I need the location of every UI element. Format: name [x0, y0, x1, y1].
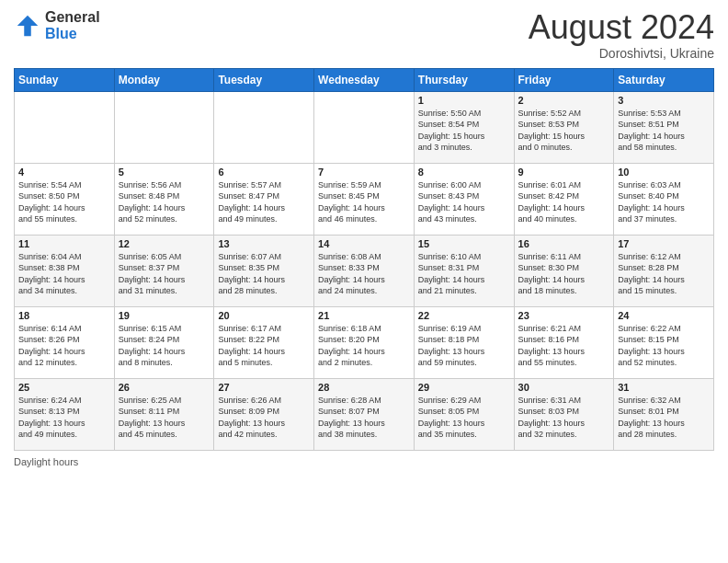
day-number: 12 [119, 238, 210, 249]
calendar-cell: 22Sunrise: 6:19 AMSunset: 8:18 PMDayligh… [414, 306, 514, 378]
header: General Blue August 2024 Doroshivtsi, Uk… [14, 9, 714, 61]
calendar-cell: 3Sunrise: 5:53 AMSunset: 8:51 PMDaylight… [614, 91, 714, 163]
calendar-cell: 31Sunrise: 6:32 AMSunset: 8:01 PMDayligh… [614, 378, 714, 450]
day-number: 26 [119, 382, 210, 393]
day-number: 17 [618, 238, 710, 249]
calendar-cell [114, 91, 214, 163]
calendar-cell: 20Sunrise: 6:17 AMSunset: 8:22 PMDayligh… [214, 306, 314, 378]
day-info: Sunrise: 6:10 AMSunset: 8:31 PMDaylight:… [418, 251, 510, 297]
calendar-header-friday: Friday [514, 68, 614, 91]
calendar-cell: 2Sunrise: 5:52 AMSunset: 8:53 PMDaylight… [514, 91, 614, 163]
calendar-week-3: 18Sunrise: 6:14 AMSunset: 8:26 PMDayligh… [15, 306, 714, 378]
day-info: Sunrise: 6:11 AMSunset: 8:30 PMDaylight:… [518, 251, 610, 297]
daylight-label: Daylight hours [14, 456, 78, 467]
svg-marker-0 [17, 15, 39, 36]
day-number: 9 [518, 167, 610, 178]
calendar-cell: 10Sunrise: 6:03 AMSunset: 8:40 PMDayligh… [614, 163, 714, 235]
day-number: 14 [318, 238, 410, 249]
day-number: 20 [218, 310, 310, 321]
day-info: Sunrise: 6:29 AMSunset: 8:05 PMDaylight:… [418, 395, 510, 441]
calendar-cell [214, 91, 314, 163]
calendar-cell: 11Sunrise: 6:04 AMSunset: 8:38 PMDayligh… [15, 235, 115, 306]
day-info: Sunrise: 5:52 AMSunset: 8:53 PMDaylight:… [518, 108, 610, 154]
day-info: Sunrise: 5:53 AMSunset: 8:51 PMDaylight:… [618, 108, 710, 154]
day-number: 10 [618, 167, 710, 178]
day-info: Sunrise: 6:24 AMSunset: 8:13 PMDaylight:… [18, 395, 110, 441]
calendar-week-0: 1Sunrise: 5:50 AMSunset: 8:54 PMDaylight… [15, 91, 714, 163]
footer: Daylight hours [14, 456, 714, 467]
calendar-cell: 21Sunrise: 6:18 AMSunset: 8:20 PMDayligh… [314, 306, 415, 378]
month-title: August 2024 [529, 9, 714, 46]
day-info: Sunrise: 6:26 AMSunset: 8:09 PMDaylight:… [218, 395, 310, 441]
calendar-cell [314, 91, 415, 163]
day-info: Sunrise: 6:08 AMSunset: 8:33 PMDaylight:… [318, 251, 410, 297]
day-number: 15 [418, 238, 510, 249]
calendar-cell: 1Sunrise: 5:50 AMSunset: 8:54 PMDaylight… [414, 91, 514, 163]
day-info: Sunrise: 6:21 AMSunset: 8:16 PMDaylight:… [518, 323, 610, 369]
day-info: Sunrise: 6:14 AMSunset: 8:26 PMDaylight:… [18, 323, 110, 369]
day-info: Sunrise: 6:28 AMSunset: 8:07 PMDaylight:… [318, 395, 410, 441]
calendar-cell: 26Sunrise: 6:25 AMSunset: 8:11 PMDayligh… [114, 378, 214, 450]
calendar-week-4: 25Sunrise: 6:24 AMSunset: 8:13 PMDayligh… [15, 378, 714, 450]
day-number: 30 [518, 382, 610, 393]
day-info: Sunrise: 6:32 AMSunset: 8:01 PMDaylight:… [618, 395, 710, 441]
logo-general: General [45, 9, 100, 26]
calendar-week-1: 4Sunrise: 5:54 AMSunset: 8:50 PMDaylight… [15, 163, 714, 235]
calendar-cell: 13Sunrise: 6:07 AMSunset: 8:35 PMDayligh… [214, 235, 314, 306]
calendar-cell: 27Sunrise: 6:26 AMSunset: 8:09 PMDayligh… [214, 378, 314, 450]
calendar-cell: 28Sunrise: 6:28 AMSunset: 8:07 PMDayligh… [314, 378, 415, 450]
day-number: 7 [318, 167, 410, 178]
logo: General Blue [14, 9, 100, 41]
logo-icon [14, 12, 41, 40]
day-info: Sunrise: 6:25 AMSunset: 8:11 PMDaylight:… [119, 395, 210, 441]
calendar-cell: 17Sunrise: 6:12 AMSunset: 8:28 PMDayligh… [614, 235, 714, 306]
calendar-header-sunday: Sunday [15, 68, 115, 91]
day-info: Sunrise: 6:01 AMSunset: 8:42 PMDaylight:… [518, 179, 610, 225]
day-info: Sunrise: 6:15 AMSunset: 8:24 PMDaylight:… [119, 323, 210, 369]
calendar-header-saturday: Saturday [614, 68, 714, 91]
calendar-header-thursday: Thursday [414, 68, 514, 91]
day-number: 3 [618, 95, 710, 106]
day-info: Sunrise: 6:31 AMSunset: 8:03 PMDaylight:… [518, 395, 610, 441]
day-number: 28 [318, 382, 410, 393]
day-number: 19 [119, 310, 210, 321]
calendar-cell: 5Sunrise: 5:56 AMSunset: 8:48 PMDaylight… [114, 163, 214, 235]
calendar-cell: 15Sunrise: 6:10 AMSunset: 8:31 PMDayligh… [414, 235, 514, 306]
day-number: 6 [218, 167, 310, 178]
day-info: Sunrise: 5:54 AMSunset: 8:50 PMDaylight:… [18, 179, 110, 225]
day-number: 5 [119, 167, 210, 178]
day-number: 31 [618, 382, 710, 393]
day-number: 1 [418, 95, 510, 106]
day-info: Sunrise: 6:05 AMSunset: 8:37 PMDaylight:… [119, 251, 210, 297]
day-info: Sunrise: 6:17 AMSunset: 8:22 PMDaylight:… [218, 323, 310, 369]
calendar-cell: 19Sunrise: 6:15 AMSunset: 8:24 PMDayligh… [114, 306, 214, 378]
day-number: 29 [418, 382, 510, 393]
day-info: Sunrise: 5:50 AMSunset: 8:54 PMDaylight:… [418, 108, 510, 154]
calendar-cell: 30Sunrise: 6:31 AMSunset: 8:03 PMDayligh… [514, 378, 614, 450]
calendar-cell: 12Sunrise: 6:05 AMSunset: 8:37 PMDayligh… [114, 235, 214, 306]
day-info: Sunrise: 6:12 AMSunset: 8:28 PMDaylight:… [618, 251, 710, 297]
calendar-cell: 8Sunrise: 6:00 AMSunset: 8:43 PMDaylight… [414, 163, 514, 235]
calendar-cell: 16Sunrise: 6:11 AMSunset: 8:30 PMDayligh… [514, 235, 614, 306]
day-info: Sunrise: 6:22 AMSunset: 8:15 PMDaylight:… [618, 323, 710, 369]
day-number: 25 [18, 382, 110, 393]
day-number: 13 [218, 238, 310, 249]
day-info: Sunrise: 6:04 AMSunset: 8:38 PMDaylight:… [18, 251, 110, 297]
day-number: 8 [418, 167, 510, 178]
calendar-header-monday: Monday [114, 68, 214, 91]
logo-text: General Blue [45, 9, 100, 41]
calendar-week-2: 11Sunrise: 6:04 AMSunset: 8:38 PMDayligh… [15, 235, 714, 306]
day-number: 18 [18, 310, 110, 321]
title-block: August 2024 Doroshivtsi, Ukraine [529, 9, 714, 61]
day-number: 2 [518, 95, 610, 106]
calendar-cell: 24Sunrise: 6:22 AMSunset: 8:15 PMDayligh… [614, 306, 714, 378]
day-info: Sunrise: 6:19 AMSunset: 8:18 PMDaylight:… [418, 323, 510, 369]
calendar-table: SundayMondayTuesdayWednesdayThursdayFrid… [14, 68, 714, 451]
calendar-header-wednesday: Wednesday [314, 68, 415, 91]
day-number: 11 [18, 238, 110, 249]
calendar-cell [15, 91, 115, 163]
calendar-cell: 23Sunrise: 6:21 AMSunset: 8:16 PMDayligh… [514, 306, 614, 378]
calendar-header-tuesday: Tuesday [214, 68, 314, 91]
day-number: 27 [218, 382, 310, 393]
day-info: Sunrise: 6:18 AMSunset: 8:20 PMDaylight:… [318, 323, 410, 369]
